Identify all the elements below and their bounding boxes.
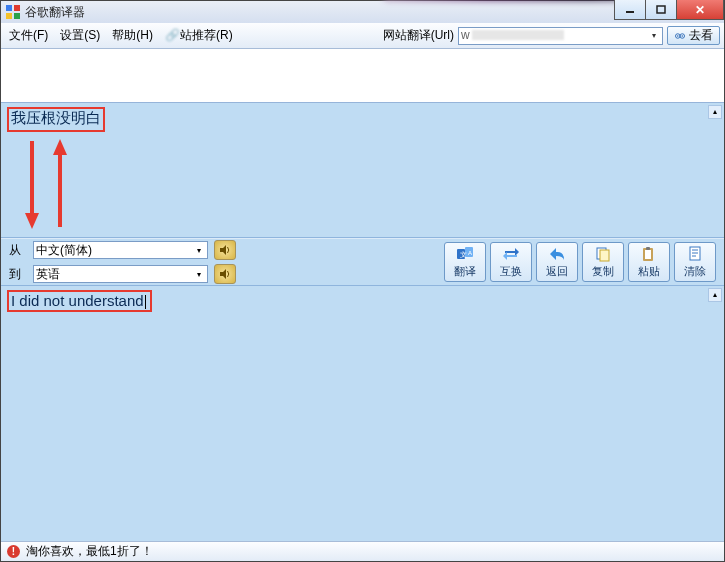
- tab-area: [1, 49, 724, 103]
- from-label: 从: [9, 242, 27, 259]
- from-language-select[interactable]: 中文(简体) ▾: [33, 241, 208, 259]
- svg-marker-14: [220, 245, 226, 255]
- svg-rect-3: [14, 13, 20, 19]
- output-text: I did not understand: [7, 290, 152, 312]
- eyes-icon: [674, 30, 686, 42]
- paste-icon: [640, 246, 658, 263]
- scroll-up-icon[interactable]: ▴: [708, 105, 722, 119]
- to-label: 到: [9, 266, 27, 283]
- chevron-down-icon[interactable]: ▾: [192, 243, 206, 257]
- app-icon: [5, 4, 21, 20]
- copy-button[interactable]: 复制: [582, 242, 624, 282]
- svg-rect-2: [6, 13, 12, 19]
- status-bar: ! 淘你喜欢，最低1折了！: [1, 541, 724, 561]
- source-pane[interactable]: ▴ 我压根没明白: [1, 103, 724, 238]
- go-button[interactable]: 去看: [667, 26, 720, 45]
- status-text: 淘你喜欢，最低1折了！: [26, 543, 153, 560]
- translate-button[interactable]: 文A 翻译: [444, 242, 486, 282]
- title-bar: 谷歌翻译器 ✕: [1, 1, 724, 23]
- back-icon: [548, 246, 566, 263]
- svg-marker-15: [220, 269, 226, 279]
- svg-text:A: A: [468, 250, 472, 256]
- paste-button[interactable]: 粘贴: [628, 242, 670, 282]
- tts-to-button[interactable]: [214, 264, 236, 284]
- url-input[interactable]: w ▾: [458, 27, 663, 45]
- svg-point-9: [682, 35, 684, 37]
- back-button-label: 返回: [546, 264, 568, 279]
- menu-file[interactable]: 文件(F): [5, 25, 52, 46]
- copy-button-label: 复制: [592, 264, 614, 279]
- clear-button-label: 清除: [684, 264, 706, 279]
- alert-icon: !: [7, 545, 20, 558]
- menu-bar: 文件(F) 设置(S) 帮助(H) 🔗站推荐(R) 网站翻译(Url) w ▾ …: [1, 23, 724, 49]
- toolbar: 从 中文(简体) ▾ 到 英语 ▾: [1, 238, 724, 286]
- maximize-button[interactable]: [645, 0, 677, 20]
- speaker-icon: [219, 244, 231, 256]
- svg-rect-0: [6, 5, 12, 11]
- speaker-icon: [219, 268, 231, 280]
- clear-icon: [686, 246, 704, 263]
- scroll-up-icon[interactable]: ▴: [708, 288, 722, 302]
- to-language-select[interactable]: 英语 ▾: [33, 265, 208, 283]
- swap-button[interactable]: 互换: [490, 242, 532, 282]
- back-button[interactable]: 返回: [536, 242, 578, 282]
- copy-icon: [594, 246, 612, 263]
- chevron-down-icon[interactable]: ▾: [647, 29, 661, 43]
- go-button-label: 去看: [689, 27, 713, 44]
- translate-button-label: 翻译: [454, 264, 476, 279]
- svg-rect-21: [600, 250, 609, 261]
- svg-marker-13: [53, 139, 67, 155]
- menu-recommend[interactable]: 🔗站推荐(R): [161, 25, 237, 46]
- minimize-button[interactable]: [614, 0, 646, 20]
- svg-text:文: 文: [460, 251, 467, 258]
- menu-help[interactable]: 帮助(H): [108, 25, 157, 46]
- output-pane[interactable]: ▴ I did not understand: [1, 286, 724, 541]
- window-title: 谷歌翻译器: [25, 4, 85, 21]
- annotation-arrow-up: [51, 139, 69, 232]
- paste-button-label: 粘贴: [638, 264, 660, 279]
- close-button[interactable]: ✕: [676, 0, 724, 20]
- source-text: 我压根没明白: [7, 107, 105, 132]
- swap-icon: [502, 246, 520, 263]
- svg-rect-24: [646, 247, 650, 250]
- svg-rect-1: [14, 5, 20, 11]
- tts-from-button[interactable]: [214, 240, 236, 260]
- menu-settings[interactable]: 设置(S): [56, 25, 104, 46]
- url-label: 网站翻译(Url): [383, 27, 454, 44]
- chevron-down-icon[interactable]: ▾: [192, 267, 206, 281]
- svg-rect-5: [657, 6, 665, 13]
- clear-button[interactable]: 清除: [674, 242, 716, 282]
- swap-button-label: 互换: [500, 264, 522, 279]
- svg-marker-11: [25, 213, 39, 229]
- annotation-arrow-down: [23, 139, 41, 232]
- svg-point-8: [677, 35, 679, 37]
- translate-icon: 文A: [456, 246, 474, 263]
- svg-rect-23: [645, 250, 651, 259]
